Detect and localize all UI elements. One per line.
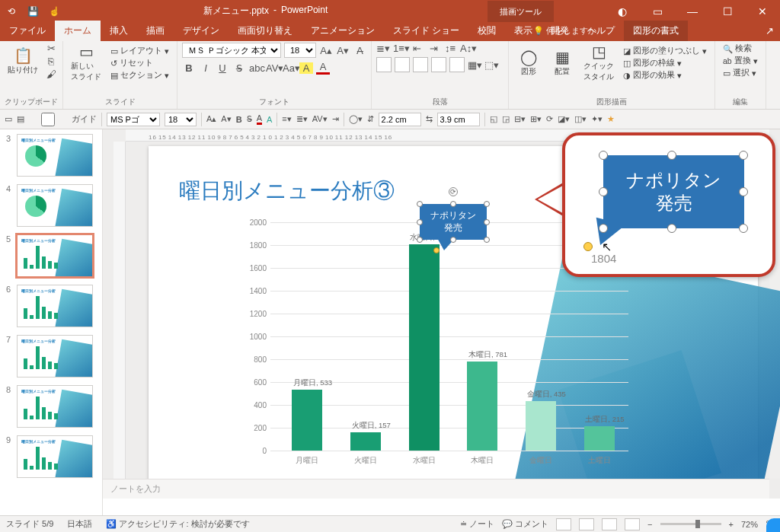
callout-text[interactable]: ナポリタン発売 — [430, 210, 476, 234]
q-growfont-icon[interactable]: A▴ — [206, 114, 216, 124]
select-menu[interactable]: ▭ 選択 ▾ — [720, 67, 761, 79]
q-arrange-back-icon[interactable]: ◲ — [502, 114, 510, 124]
quick-layout-icon[interactable]: ▤ — [17, 114, 24, 124]
align-justify-icon[interactable] — [431, 57, 446, 72]
q-outline-icon[interactable]: ◫▾ — [574, 114, 587, 124]
tab-挿入[interactable]: 挿入 — [101, 21, 137, 41]
find-button[interactable]: 🔍 検索 — [720, 43, 761, 55]
smartart-icon[interactable]: ⬚▾ — [484, 59, 498, 71]
copy-icon[interactable]: ⎘ — [44, 56, 58, 67]
q-fontcolor-icon[interactable]: A — [257, 113, 262, 125]
tab-図形の書式[interactable]: 図形の書式 — [624, 21, 688, 41]
thumbnail-5[interactable]: 5曜日別メニュー分析 — [0, 230, 102, 280]
language-indicator[interactable]: 日本語 — [67, 518, 92, 530]
sorterview-icon[interactable] — [579, 518, 594, 530]
indent-inc-icon[interactable]: ⇥ — [427, 43, 440, 54]
thumbnail-9[interactable]: 9曜日別メニュー分析 — [0, 431, 102, 481]
align-center-icon[interactable] — [395, 57, 410, 72]
resize-handle[interactable] — [417, 219, 423, 225]
minimize-button[interactable]: — — [675, 0, 710, 22]
resize-handle[interactable] — [417, 201, 423, 207]
thumbnail-7[interactable]: 7曜日別メニュー分析 — [0, 330, 102, 381]
slide-title[interactable]: 曜日別メニュー分析③ — [179, 177, 395, 205]
shape-height-input[interactable] — [379, 113, 421, 126]
fontfamily-select[interactable]: ＭＳ Ｐゴシック 本文 — [182, 43, 281, 58]
normalview-icon[interactable] — [556, 518, 571, 530]
shapeeffects-menu[interactable]: ◑ 図形の効果 ▾ — [620, 69, 710, 81]
tellme-input[interactable]: 💡 何をしますか — [533, 25, 596, 37]
shapes-gallery[interactable]: ◯図形 — [513, 48, 544, 78]
shapefill-menu[interactable]: ◪ 図形の塗りつぶし ▾ — [620, 45, 710, 57]
maximize-button[interactable]: ☐ — [710, 0, 745, 22]
align-left-icon[interactable] — [376, 57, 392, 72]
resize-handle[interactable] — [450, 201, 456, 207]
highlight-icon[interactable]: A — [299, 62, 313, 74]
reset-button[interactable]: ↺ リセット — [107, 57, 172, 69]
growfont-icon[interactable]: A▴ — [319, 45, 333, 56]
q-animation-icon[interactable]: ★ — [607, 114, 615, 124]
tab-描画[interactable]: 描画 — [137, 21, 174, 41]
q-effects-icon[interactable]: ✦▾ — [591, 114, 603, 124]
thumbnail-pane[interactable]: 3曜日別メニュー分析4曜日別メニュー分析5曜日別メニュー分析6曜日別メニュー分析… — [0, 129, 103, 515]
cut-icon[interactable]: ✂ — [44, 43, 58, 54]
q-bold-icon[interactable]: B — [236, 115, 242, 124]
comments-toggle[interactable]: 💬 コメント — [502, 518, 548, 530]
textdir-icon[interactable]: A↕▾ — [460, 43, 474, 54]
resize-handle[interactable] — [484, 201, 490, 207]
underline-icon[interactable]: U — [216, 62, 229, 74]
newslide-button[interactable]: ▭新しい スライド — [68, 43, 104, 84]
accessibility-check[interactable]: ♿ アクセシビリティ: 検討が必要です — [106, 518, 249, 530]
tab-アニメーション[interactable]: アニメーション — [302, 21, 384, 41]
thumbnail-8[interactable]: 8曜日別メニュー分析 — [0, 381, 102, 431]
q-fontfamily[interactable]: MS Pゴ — [107, 113, 160, 126]
q-arrange-front-icon[interactable]: ◱ — [490, 114, 497, 124]
italic-icon[interactable]: I — [199, 62, 213, 74]
q-shapes-icon[interactable]: ◯▾ — [349, 114, 363, 124]
notes-pane[interactable]: ノートを入力 — [103, 479, 769, 499]
bullets-icon[interactable]: ≣▾ — [376, 43, 390, 54]
thumbnail-3[interactable]: 3曜日別メニュー分析 — [0, 129, 102, 180]
q-indent-icon[interactable]: ⇥ — [332, 114, 339, 124]
align-right-icon[interactable] — [413, 57, 428, 72]
arrange-menu[interactable]: ▦配置 — [547, 48, 577, 78]
changecase-icon[interactable]: Aa▾ — [283, 62, 296, 74]
rotate-handle-icon[interactable]: ⟳ — [449, 187, 458, 196]
close-button[interactable]: ✕ — [745, 0, 780, 22]
q-rotate-icon[interactable]: ⟳ — [546, 114, 553, 124]
slideshow-icon[interactable] — [625, 518, 640, 530]
quick-newslide-icon[interactable]: ▭ — [5, 114, 12, 124]
replace-button[interactable]: ab 置換 ▾ — [720, 55, 761, 67]
linespace-icon[interactable]: ↕≡ — [443, 43, 457, 54]
tab-デザイン[interactable]: デザイン — [174, 21, 229, 41]
q-strike-icon[interactable]: S̶ — [247, 114, 252, 124]
formatpainter-icon[interactable]: 🖌 — [44, 68, 58, 80]
callout-shape[interactable]: ⟳ ナポリタン発売 — [420, 204, 487, 240]
tab-画面切り替え[interactable]: 画面切り替え — [229, 21, 302, 41]
q-group-icon[interactable]: ⊞▾ — [530, 114, 542, 124]
quickstyles-menu[interactable]: ◳クイック スタイル — [580, 43, 617, 84]
q-fill-icon[interactable]: ◪▾ — [558, 114, 570, 124]
columns-icon[interactable] — [449, 57, 465, 72]
q-spacing-icon[interactable]: AV▾ — [312, 114, 328, 124]
charspace-icon[interactable]: AV▾ — [266, 62, 280, 74]
shrinkfont-icon[interactable]: A▾ — [336, 45, 350, 56]
align-vert-icon[interactable]: ▦▾ — [468, 59, 481, 71]
q-texteffect-icon[interactable]: A — [267, 115, 272, 124]
save-icon[interactable]: 💾 — [27, 6, 38, 17]
thumbnail-6[interactable]: 6曜日別メニュー分析 — [0, 280, 102, 330]
q-shrinkfont-icon[interactable]: A▾ — [221, 114, 231, 124]
q-align-obj-icon[interactable]: ⊟▾ — [514, 114, 526, 124]
q-align-icon[interactable]: ≡▾ — [282, 114, 291, 124]
bold-icon[interactable]: B — [182, 62, 196, 74]
paste-button[interactable]: 📋貼り付け — [5, 46, 41, 77]
autosave-icon[interactable]: ⟲ — [6, 6, 17, 17]
tab-ホーム[interactable]: ホーム — [55, 21, 101, 41]
q-fontsize[interactable]: 18 — [165, 113, 197, 126]
zoom-out-icon[interactable]: − — [647, 520, 652, 529]
tab-校閲[interactable]: 校閲 — [468, 21, 505, 41]
q-bullets-icon[interactable]: ≣▾ — [296, 114, 308, 124]
section-menu[interactable]: ▤ セクション ▾ — [107, 69, 172, 81]
displayopts-icon[interactable]: ▭ — [640, 0, 675, 22]
shadow-icon[interactable]: abc — [249, 62, 263, 74]
notes-toggle[interactable]: ≐ ノート — [460, 518, 494, 530]
